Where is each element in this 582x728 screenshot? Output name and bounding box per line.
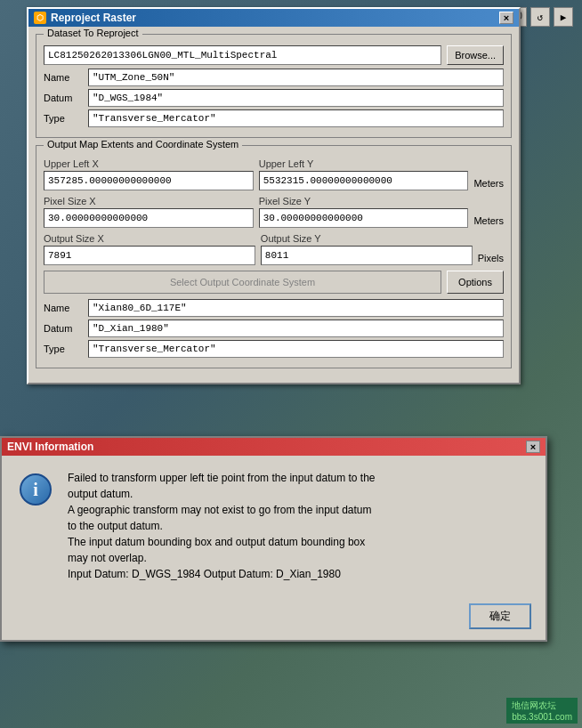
datum-row: Datum [44,89,504,107]
out-type-input[interactable] [88,340,504,358]
out-datum-label: Datum [44,323,88,334]
window-title: Reproject Raster [51,12,136,24]
output-size-x-group: Output Size X [44,233,255,265]
out-datum-input[interactable] [88,320,504,337]
unit2-label: Meters [473,215,504,228]
name-label: Name [44,72,88,83]
out-type-label: Type [44,344,88,354]
out-datum-row: Datum [44,320,504,337]
unit1-label: Meters [473,178,504,190]
reproject-titlebar: ⬡ Reproject Raster × [28,9,519,27]
close-button[interactable]: × [499,12,513,24]
envi-info-icon: i [20,473,55,509]
envi-message: Failed to transform upper left tie point… [68,470,528,582]
pixel-size-y-label: Pixel Size Y [259,196,469,206]
type-label: Type [44,113,88,124]
upper-left-y-group: Upper Left Y [259,158,469,190]
output-size-x-label: Output Size X [44,233,255,244]
window-icon: ⬡ [34,12,46,24]
output-size-row: Output Size X Output Size Y Pixels [44,233,504,265]
output-size-y-group: Output Size Y [261,233,473,265]
dataset-path-input[interactable] [44,45,441,65]
envi-footer: 确定 [2,596,546,640]
envi-dialog: ENVI Information × i Failed to transform… [0,436,547,642]
pixel-size-y-group: Pixel Size Y [259,196,469,228]
message-line5: The input datum bounding box and output … [68,536,365,548]
envi-close-button[interactable]: × [526,441,540,453]
confirm-button[interactable]: 确定 [469,603,531,629]
message-line6: may not overlap. [68,552,147,564]
out-type-row: Type [44,340,504,358]
window-content: Dataset To Reproject Browse... Name Datu… [28,27,519,383]
datum-value-input[interactable] [88,89,504,107]
nav-button[interactable]: ▶ [554,7,573,27]
pixel-size-y-input[interactable] [259,208,469,228]
refresh-button[interactable]: ↺ [530,7,550,27]
envi-titlebar: ENVI Information × [2,438,546,456]
pixel-size-x-label: Pixel Size X [44,196,254,206]
upper-left-y-label: Upper Left Y [259,158,469,169]
browse-button[interactable]: Browse... [447,45,504,65]
output-size-x-input[interactable] [44,246,255,265]
titlebar-left: ⬡ Reproject Raster [34,12,136,24]
pixel-size-x-group: Pixel Size X [44,196,254,228]
message-line3: A geographic transform may not exist to … [68,504,372,516]
reproject-window: ⬡ Reproject Raster × Dataset To Reprojec… [27,7,521,384]
watermark-text: 地信网农坛 [512,700,572,712]
message-line1: Failed to transform upper left tie point… [68,472,376,484]
upper-left-x-label: Upper Left X [44,158,254,169]
out-name-input[interactable] [88,299,504,317]
info-circle: i [20,473,52,506]
message-line7: Input Datum: D_WGS_1984 Output Datum: D_… [68,568,341,580]
message-line2: output datum. [68,488,133,500]
name-row: Name [44,69,504,86]
envi-title: ENVI Information [7,441,93,453]
output-group: Output Map Extents and Coordinate System… [36,145,512,368]
upper-left-x-input[interactable] [44,171,254,190]
message-line4: to the output datum. [68,520,163,532]
upper-left-row: Upper Left X Upper Left Y Meters [44,158,504,190]
upper-left-y-input[interactable] [259,171,469,190]
type-row: Type [44,109,504,127]
watermark-subtext: bbs.3s001.com [512,712,572,722]
unit3-label: Pixels [478,253,504,265]
options-button[interactable]: Options [447,271,504,294]
watermark: 地信网农坛 bbs.3s001.com [506,698,578,724]
datum-label: Datum [44,93,88,103]
output-size-y-input[interactable] [261,246,473,265]
dataset-legend: Dataset To Reproject [44,28,142,38]
output-size-y-label: Output Size Y [261,233,473,244]
select-coord-button[interactable]: Select Output Coordinate System [44,271,441,294]
upper-left-x-group: Upper Left X [44,158,254,190]
envi-content: i Failed to transform upper left tie poi… [2,456,546,596]
pixel-size-x-input[interactable] [44,208,254,228]
info-icon-label: i [33,480,38,500]
name-value-input[interactable] [88,69,504,86]
output-legend: Output Map Extents and Coordinate System [44,139,242,150]
pixel-size-row: Pixel Size X Pixel Size Y Meters [44,196,504,228]
out-name-label: Name [44,303,88,313]
coord-button-row: Select Output Coordinate System Options [44,271,504,294]
type-value-input[interactable] [88,109,504,127]
out-name-row: Name [44,299,504,317]
dataset-path-row: Browse... [44,45,504,65]
dataset-group: Dataset To Reproject Browse... Name Datu… [36,34,512,138]
